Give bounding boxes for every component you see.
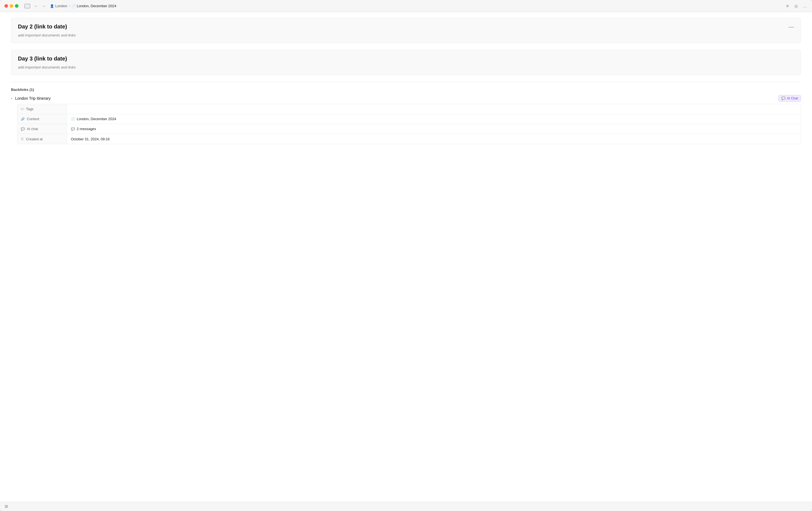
sidebar-toggle-button[interactable] bbox=[25, 4, 30, 8]
backlink-row: ● London Trip Itinerary 💬 AI Chat bbox=[11, 95, 801, 102]
back-button[interactable]: ← bbox=[33, 3, 39, 9]
breadcrumb-parent-item[interactable]: 👤 London bbox=[50, 4, 67, 8]
property-key-context: 🔗 Context bbox=[18, 114, 67, 124]
link-icon: 🔗 bbox=[21, 117, 25, 121]
section-divider bbox=[11, 82, 801, 82]
context-page-icon: 📄 bbox=[71, 117, 75, 121]
day-2-subtitle: add important documents and links bbox=[18, 33, 794, 37]
calendar-icon: 🗓 bbox=[21, 137, 24, 141]
backlink-name: ● London Trip Itinerary bbox=[11, 96, 51, 101]
maximize-button[interactable] bbox=[15, 4, 19, 8]
bullet-icon: ● bbox=[11, 97, 12, 100]
day-2-title: Day 2 (link to date) bbox=[18, 24, 67, 30]
page-icon: 📄 bbox=[71, 4, 76, 8]
property-value-ai-chat-content: 2 messages bbox=[77, 127, 96, 131]
titlebar-left: ← → 👤 London / 📄 London, December 2024 bbox=[21, 3, 782, 9]
day-3-subtitle: add important documents and links bbox=[18, 65, 794, 69]
backlinks-title: Backlinks (1) bbox=[11, 87, 801, 92]
properties-table: 🏷 Tags 🔗 Context bbox=[17, 104, 801, 144]
breadcrumb-current-item[interactable]: 📄 London, December 2024 bbox=[71, 4, 116, 8]
backlink-item-label[interactable]: London Trip Itinerary bbox=[15, 96, 51, 101]
backlinks-section: Backlinks (1) ● London Trip Itinerary 💬 … bbox=[11, 87, 801, 144]
breadcrumb-separator: / bbox=[69, 4, 70, 8]
property-key-ai-chat: 💬 AI chat bbox=[18, 124, 67, 134]
property-key-created-at: 🗓 Created at bbox=[18, 134, 67, 144]
property-value-created-at-content: October 31, 2024, 09:16 bbox=[71, 137, 110, 141]
backlink-item: ● London Trip Itinerary 💬 AI Chat 🏷 T bbox=[11, 95, 801, 144]
nav-arrows: ← → bbox=[33, 3, 47, 9]
ai-chat-button[interactable]: 💬 AI Chat bbox=[778, 95, 801, 102]
property-value-created-at: October 31, 2024, 09:16 bbox=[67, 134, 801, 144]
property-key-tags-label: Tags bbox=[26, 107, 33, 111]
property-key-created-at-label: Created at bbox=[26, 137, 43, 141]
property-row-tags: 🏷 Tags bbox=[18, 104, 801, 114]
breadcrumb-current-label: London, December 2024 bbox=[77, 4, 116, 8]
minimize-button[interactable] bbox=[10, 4, 13, 8]
bottom-bar: ⌘ bbox=[0, 502, 812, 511]
breadcrumb-parent-label: London bbox=[55, 4, 67, 8]
property-key-ai-chat-label: AI chat bbox=[27, 127, 38, 131]
property-key-tags: 🏷 Tags bbox=[18, 104, 67, 114]
target-button[interactable]: ◎ bbox=[794, 3, 799, 9]
property-key-context-label: Context bbox=[27, 117, 39, 121]
day-3-title: Day 3 (link to date) bbox=[18, 55, 67, 62]
traffic-lights bbox=[4, 4, 19, 8]
forward-button[interactable]: → bbox=[40, 3, 47, 9]
cmd-icon: ⌘ bbox=[4, 504, 8, 509]
person-icon: 👤 bbox=[50, 4, 54, 8]
tag-icon: 🏷 bbox=[21, 107, 24, 111]
titlebar: ← → 👤 London / 📄 London, December 2024 ✳… bbox=[0, 0, 812, 12]
close-button[interactable] bbox=[4, 4, 8, 8]
property-value-context[interactable]: 📄 London, December 2024 bbox=[67, 114, 801, 124]
property-row-context: 🔗 Context 📄 London, December 2024 bbox=[18, 114, 801, 124]
day-2-header: Day 2 (link to date) — bbox=[18, 24, 794, 30]
breadcrumb: 👤 London / 📄 London, December 2024 bbox=[50, 4, 116, 8]
day-3-header: Day 3 (link to date) bbox=[18, 55, 794, 62]
main-content: Day 2 (link to date) — add important doc… bbox=[0, 12, 812, 502]
titlebar-right: ✳ ◎ … bbox=[785, 3, 808, 9]
property-value-context-content: London, December 2024 bbox=[77, 117, 116, 121]
property-row-created-at: 🗓 Created at October 31, 2024, 09:16 bbox=[18, 134, 801, 144]
day-2-card: Day 2 (link to date) — add important doc… bbox=[11, 18, 801, 43]
property-value-tags[interactable] bbox=[67, 104, 801, 114]
chat-key-icon: 💬 bbox=[21, 127, 25, 131]
ai-chat-label: AI Chat bbox=[787, 97, 798, 100]
property-row-ai-chat: 💬 AI chat 💬 2 messages bbox=[18, 124, 801, 134]
ai-chat-icon: 💬 bbox=[781, 97, 785, 100]
day-3-card: Day 3 (link to date) add important docum… bbox=[11, 50, 801, 75]
more-button[interactable]: … bbox=[802, 3, 808, 9]
settings-button[interactable]: ✳ bbox=[785, 3, 790, 9]
messages-icon: 💬 bbox=[71, 127, 75, 131]
property-value-ai-chat[interactable]: 💬 2 messages bbox=[67, 124, 801, 134]
day-2-collapse-button[interactable]: — bbox=[788, 24, 794, 30]
